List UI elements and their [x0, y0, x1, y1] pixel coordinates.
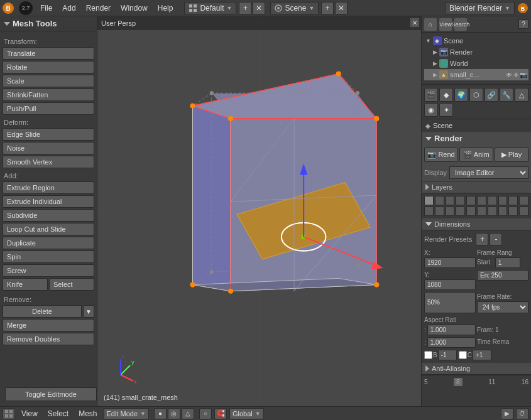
viewport-close-button[interactable]: ✕	[410, 18, 420, 28]
render-image-button[interactable]: 📷 Rend	[424, 148, 458, 162]
layer-8-button[interactable]	[498, 196, 508, 205]
layer-10-button[interactable]	[519, 196, 528, 205]
outliner-item-render[interactable]: ▶ 📷 Render	[424, 46, 528, 58]
smooth-vertex-button[interactable]: Smooth Vertex	[3, 156, 94, 168]
panel-collapse-icon[interactable]	[4, 22, 10, 26]
bottom-mesh-menu[interactable]: Mesh	[75, 408, 101, 419]
extrude-individual-button[interactable]: Extrude Individual	[3, 195, 94, 208]
help-button-right[interactable]: ?	[518, 19, 528, 29]
outliner-item-world[interactable]: ▶ 🌐 World	[424, 58, 528, 69]
toggle-editmode-button[interactable]: Toggle Editmode	[5, 387, 97, 401]
translate-button[interactable]: Translate	[3, 47, 94, 60]
menu-help[interactable]: Help	[153, 0, 178, 16]
edge-slide-button[interactable]: Edge Slide	[3, 128, 94, 141]
layer-5-button[interactable]	[466, 196, 476, 205]
object-props-icon[interactable]: ⬡	[469, 88, 483, 102]
mode-selector[interactable]: Edit Mode ▼	[104, 408, 149, 419]
layer-4-button[interactable]	[456, 196, 465, 205]
layer-19-button[interactable]	[508, 207, 518, 216]
push-pull-button[interactable]: Push/Pull	[3, 102, 94, 115]
layers-section-header[interactable]: Layers	[422, 181, 531, 193]
render-props-icon[interactable]: 🎬	[424, 88, 438, 102]
delete-button[interactable]: Delete	[3, 305, 82, 318]
loop-cut-slide-button[interactable]: Loop Cut and Slide	[3, 223, 94, 235]
layer-13-button[interactable]	[446, 207, 455, 216]
b-input[interactable]	[438, 350, 457, 360]
aspect-y-input[interactable]	[427, 337, 476, 348]
snap-icon[interactable]: 🧲	[214, 408, 227, 419]
add-screen-button[interactable]: +	[239, 2, 251, 14]
subdivide-button[interactable]: Subdivide	[3, 209, 94, 222]
knife-button[interactable]: Knife	[3, 278, 48, 291]
c-checkbox[interactable]	[459, 351, 467, 359]
layer-11-button[interactable]	[424, 207, 434, 216]
render-visibility-icon[interactable]: 📷	[520, 72, 527, 78]
layer-3-button[interactable]	[446, 196, 455, 205]
display-select[interactable]: Image Editor	[449, 166, 528, 179]
edge-mode-icon[interactable]: ◎	[168, 408, 180, 419]
add-scene-button[interactable]: +	[321, 2, 334, 14]
render-section-header[interactable]: Render	[422, 132, 531, 145]
delete-arrow-button[interactable]: ▼	[83, 305, 94, 318]
animation-icon[interactable]: ▶	[501, 408, 513, 419]
remove-scene-button[interactable]: ✕	[335, 2, 348, 14]
merge-button[interactable]: Merge	[3, 319, 94, 331]
layer-18-button[interactable]	[498, 207, 508, 216]
remove-doubles-button[interactable]: Remove Doubles	[3, 333, 94, 345]
menu-render[interactable]: Render	[81, 0, 116, 16]
search-button-right[interactable]: Search	[454, 18, 467, 31]
antialiasing-section-header[interactable]: Anti-Aliasing	[422, 363, 531, 375]
proportional-edit-icon[interactable]: ○	[199, 408, 212, 419]
viewport[interactable]: User Persp ✕	[97, 16, 421, 406]
dimensions-section-header[interactable]: Dimensions	[422, 218, 531, 230]
layer-6-button[interactable]	[477, 196, 486, 205]
cursor-icon[interactable]: ✛	[513, 72, 518, 78]
view-button-right[interactable]: View	[439, 18, 452, 31]
workspace-selector[interactable]: Default ▼	[184, 2, 236, 14]
c-input[interactable]	[473, 350, 491, 360]
duplicate-button[interactable]: Duplicate	[3, 237, 94, 249]
timeline-icon[interactable]: ⏱	[516, 408, 528, 419]
data-icon[interactable]: △	[515, 88, 528, 102]
menu-file[interactable]: File	[35, 0, 57, 16]
noise-button[interactable]: Noise	[3, 142, 94, 154]
render-animation-button[interactable]: 🎬 Anim	[459, 148, 493, 162]
bottom-select-menu[interactable]: Select	[44, 408, 72, 419]
material-icon[interactable]: ◉	[424, 103, 438, 117]
start-input[interactable]	[495, 257, 520, 268]
layer-17-button[interactable]	[488, 207, 497, 216]
layer-15-button[interactable]	[466, 207, 476, 216]
engine-selector[interactable]: Blender Render ▼	[445, 2, 515, 14]
outliner-item-scene[interactable]: ▼ ◆ Scene	[424, 35, 528, 46]
rotate-button[interactable]: Rotate	[3, 61, 94, 73]
outliner-item-object[interactable]: ▶ ▲ small_c... 👁 ✛ 📷	[424, 69, 528, 80]
layer-9-button[interactable]	[508, 196, 518, 205]
extrude-region-button[interactable]: Extrude Region	[3, 181, 94, 194]
layer-2-button[interactable]	[435, 196, 444, 205]
scale-button[interactable]: Scale	[3, 75, 94, 87]
layer-16-button[interactable]	[477, 207, 486, 216]
particles-icon[interactable]: ✦	[439, 103, 453, 117]
percent-input[interactable]	[424, 292, 476, 313]
aspect-x-input[interactable]	[427, 325, 476, 335]
resolution-y-input[interactable]	[424, 279, 476, 290]
constraints-icon[interactable]: 🔗	[484, 88, 498, 102]
layer-7-button[interactable]	[488, 196, 497, 205]
scene-props-icon[interactable]: ◆	[439, 88, 453, 102]
menu-window[interactable]: Window	[116, 0, 153, 16]
layer-12-button[interactable]	[435, 207, 444, 216]
preset-add-button[interactable]: +	[476, 233, 488, 245]
eye-icon[interactable]: 👁	[506, 72, 512, 78]
bottom-view-menu[interactable]: View	[18, 408, 41, 419]
viewport-type-icon[interactable]	[3, 408, 15, 419]
face-mode-icon[interactable]: △	[182, 408, 194, 419]
scene-selector[interactable]: Scene ▼	[270, 2, 319, 14]
world-props-icon[interactable]: 🌍	[454, 88, 468, 102]
modifiers-icon[interactable]: 🔧	[500, 88, 513, 102]
select-button[interactable]: Select	[49, 278, 94, 291]
remove-screen-button[interactable]: ✕	[253, 2, 265, 14]
fps-select[interactable]: 24 fps	[477, 301, 528, 313]
coordinate-system-selector[interactable]: Global ▼	[229, 408, 264, 419]
play-button[interactable]: ▶ Play	[495, 148, 528, 162]
resolution-x-input[interactable]	[424, 257, 476, 268]
